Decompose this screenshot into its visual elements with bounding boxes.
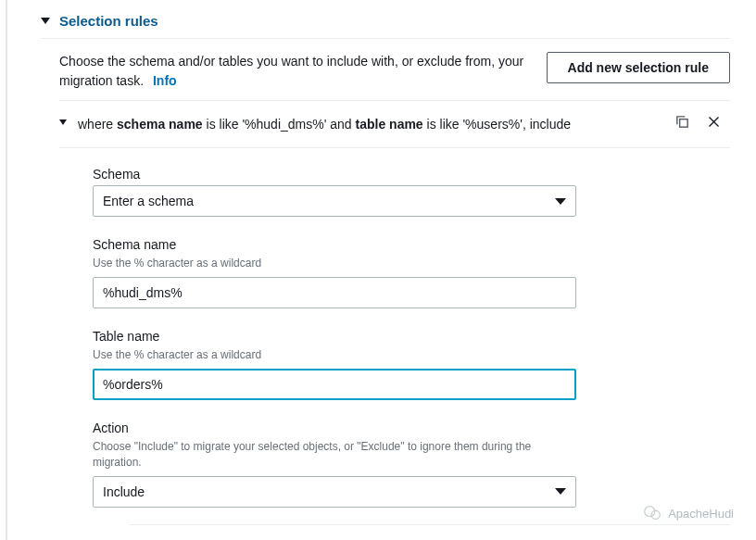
intro-description: Choose the schema and/or tables you want… bbox=[59, 54, 523, 88]
schema-field: Schema Enter a schema bbox=[93, 167, 576, 217]
duplicate-icon[interactable] bbox=[674, 114, 690, 130]
schema-name-label: Schema name bbox=[93, 237, 576, 252]
add-selection-rule-button[interactable]: Add new selection rule bbox=[547, 52, 730, 83]
source-filters-header: Source filters Info Add column filter bbox=[130, 524, 730, 540]
schema-placeholder: Enter a schema bbox=[103, 194, 194, 208]
schema-name-hint: Use the % character as a wildcard bbox=[93, 256, 576, 271]
rule-summary-row: where schema name is like '%hudi_dms%' a… bbox=[59, 100, 730, 148]
chevron-down-icon bbox=[555, 488, 566, 495]
section-title: Selection rules bbox=[59, 13, 158, 29]
selection-rules-panel: Selection rules Choose the schema and/or… bbox=[6, 0, 756, 540]
schema-label: Schema bbox=[93, 167, 576, 182]
action-label: Action bbox=[93, 421, 576, 435]
schema-name-field: Schema name Use the % character as a wil… bbox=[93, 237, 576, 308]
table-name-label: Table name bbox=[93, 329, 576, 344]
section-header[interactable]: Selection rules bbox=[41, 7, 730, 39]
caret-down-icon[interactable] bbox=[59, 119, 67, 125]
action-select[interactable]: Include bbox=[93, 476, 576, 508]
rule-summary-text: where schema name is like '%hudi_dms%' a… bbox=[78, 114, 663, 134]
action-hint: Choose "Include" to migrate your selecte… bbox=[93, 439, 576, 471]
table-name-field: Table name Use the % character as a wild… bbox=[93, 329, 576, 400]
rule-form: Schema Enter a schema Schema name Use th… bbox=[41, 148, 730, 540]
table-name-hint: Use the % character as a wildcard bbox=[93, 347, 576, 363]
intro-text: Choose the schema and/or tables you want… bbox=[59, 52, 532, 91]
chevron-down-icon bbox=[555, 198, 566, 205]
caret-down-icon bbox=[41, 18, 50, 24]
schema-select[interactable]: Enter a schema bbox=[93, 185, 576, 217]
schema-name-input[interactable] bbox=[93, 277, 576, 308]
rule-actions bbox=[674, 114, 726, 130]
action-field: Action Choose "Include" to migrate your … bbox=[93, 421, 576, 508]
intro-row: Choose the schema and/or tables you want… bbox=[41, 39, 730, 100]
close-icon[interactable] bbox=[707, 115, 721, 129]
info-link[interactable]: Info bbox=[153, 73, 177, 88]
table-name-input[interactable] bbox=[93, 369, 576, 400]
svg-rect-0 bbox=[680, 119, 688, 128]
action-value: Include bbox=[103, 484, 145, 499]
